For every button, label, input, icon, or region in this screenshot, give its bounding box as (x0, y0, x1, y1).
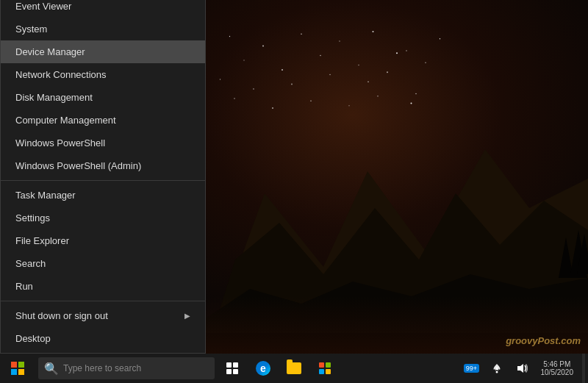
notification-badge: 99+ (464, 364, 479, 373)
task-view-button[interactable] (218, 354, 247, 383)
menu-item-device-manager[interactable]: Device Manager (1, 40, 205, 63)
taskbar-icons: e (218, 354, 340, 383)
svg-rect-36 (233, 369, 238, 374)
menu-item-label: Computer Management (15, 115, 116, 126)
store-button[interactable] (310, 354, 340, 383)
menu-item-file-explorer[interactable]: File Explorer (1, 229, 205, 252)
menu-item-windows-powershell[interactable]: Windows PowerShell (1, 132, 205, 154)
svg-rect-39 (319, 369, 324, 374)
show-desktop-button[interactable] (582, 354, 585, 383)
taskbar-right: 99+ 5:46 PM 10/5/2020 (460, 354, 589, 383)
svg-point-41 (495, 371, 498, 373)
clock-date: 10/5/2020 (541, 368, 574, 376)
menu-item-label: Windows PowerShell (Admin) (15, 160, 141, 171)
menu-item-run[interactable]: Run (1, 275, 205, 298)
menu-item-task-manager[interactable]: Task Manager (1, 184, 205, 207)
svg-point-2 (301, 34, 301, 35)
menu-item-label: Network Connections (15, 69, 107, 80)
menu-item-computer-management[interactable]: Computer Management (1, 109, 205, 132)
start-button[interactable] (0, 354, 35, 383)
svg-rect-35 (226, 369, 232, 374)
svg-point-6 (440, 38, 440, 39)
menu-item-label: File Explorer (15, 235, 69, 246)
context-menu: Event ViewerSystemDevice ManagerNetwork … (0, 0, 206, 354)
network-tray-icon[interactable] (485, 354, 509, 383)
search-placeholder: Type here to search (63, 363, 141, 373)
svg-point-0 (229, 36, 230, 37)
menu-item-windows-powershell-admin[interactable]: Windows PowerShell (Admin) (1, 154, 205, 177)
taskbar: 🔍 Type here to search e (0, 354, 588, 383)
svg-point-1 (262, 46, 264, 47)
menu-item-label: Settings (15, 212, 50, 223)
search-icon: 🔍 (44, 362, 59, 376)
svg-point-3 (339, 40, 340, 41)
network-icon (491, 362, 503, 374)
task-view-icon (226, 362, 238, 374)
notification-center-tray[interactable]: 99+ (460, 354, 484, 383)
volume-tray-icon[interactable] (510, 354, 534, 383)
svg-point-9 (320, 55, 320, 56)
menu-item-label: Shut down or sign out (15, 310, 108, 321)
menu-item-search[interactable]: Search (1, 252, 205, 275)
menu-item-label: Run (15, 281, 33, 292)
svg-point-5 (406, 50, 406, 51)
taskbar-search[interactable]: 🔍 Type here to search (38, 357, 215, 379)
volume-icon (516, 362, 528, 374)
clock-time: 5:46 PM (543, 360, 570, 368)
svg-rect-34 (233, 362, 238, 368)
menu-item-disk-management[interactable]: Disk Management (1, 86, 205, 109)
menu-item-label: Disk Management (15, 92, 93, 103)
menu-divider (1, 301, 205, 301)
menu-item-system[interactable]: System (1, 18, 205, 40)
menu-item-event-viewer[interactable]: Event Viewer (1, 0, 205, 18)
svg-rect-40 (326, 369, 331, 374)
menu-item-arrow-icon: ▶ (184, 312, 190, 320)
watermark: groovyPost.com (506, 335, 581, 346)
svg-point-4 (373, 31, 374, 32)
taskbar-left: 🔍 Type here to search e (0, 354, 340, 383)
menu-item-label: Event Viewer (15, 1, 71, 12)
menu-item-label: Windows PowerShell (15, 137, 105, 148)
edge-icon: e (256, 361, 270, 376)
menu-item-settings[interactable]: Settings (1, 207, 205, 229)
svg-point-11 (396, 52, 398, 54)
menu-item-label: Desktop (15, 333, 51, 344)
menu-divider (1, 180, 205, 181)
store-icon (318, 362, 331, 375)
folder-icon (287, 362, 301, 374)
file-explorer-button[interactable] (279, 354, 309, 383)
menu-item-label: System (15, 24, 47, 35)
menu-item-network-connections[interactable]: Network Connections (1, 63, 205, 86)
menu-item-label: Device Manager (15, 46, 85, 57)
menu-item-label: Task Manager (15, 190, 76, 201)
svg-rect-38 (326, 362, 331, 368)
windows-logo (11, 362, 24, 375)
system-clock[interactable]: 5:46 PM 10/5/2020 (535, 360, 580, 376)
menu-item-desktop[interactable]: Desktop (1, 327, 205, 350)
menu-item-shut-down-sign-out[interactable]: Shut down or sign out▶ (1, 304, 205, 327)
svg-rect-37 (319, 362, 324, 368)
menu-item-label: Search (15, 258, 46, 269)
edge-button[interactable]: e (248, 354, 278, 383)
svg-rect-33 (226, 362, 232, 368)
